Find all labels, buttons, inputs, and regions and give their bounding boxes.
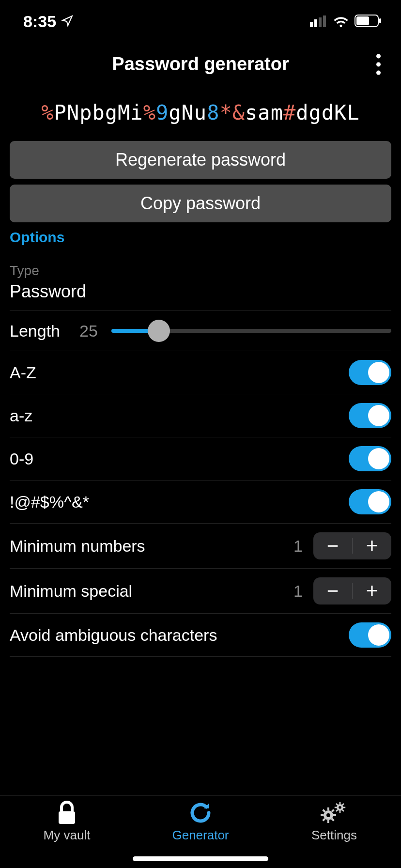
wifi-icon [333, 12, 349, 31]
min-numbers-decrement[interactable]: − [313, 532, 352, 559]
svg-rect-1 [314, 19, 317, 27]
tab-my-vault[interactable]: My vault [0, 801, 134, 868]
more-menu-button[interactable] [371, 49, 386, 79]
length-label: Length [10, 322, 60, 341]
type-label: Type [10, 263, 391, 279]
lowercase-label: a-z [10, 406, 32, 425]
min-numbers-increment[interactable]: + [353, 532, 391, 559]
min-special-increment[interactable]: + [353, 577, 391, 604]
svg-rect-11 [327, 820, 329, 823]
avoid-ambiguous-row: Avoid ambiguous characters [10, 614, 391, 657]
page-title: Password generator [112, 54, 289, 75]
special-toggle[interactable] [349, 489, 391, 514]
type-value: Password [10, 281, 391, 302]
nav-header: Password generator [0, 43, 401, 86]
avoid-ambiguous-toggle[interactable] [349, 622, 391, 648]
lowercase-row: a-z [10, 394, 391, 437]
svg-rect-3 [323, 16, 326, 27]
location-icon [61, 12, 74, 31]
tab-label: My vault [44, 828, 91, 843]
min-numbers-row: Minimum numbers 1 − + [10, 524, 391, 569]
avoid-ambiguous-label: Avoid ambiguous characters [10, 626, 217, 645]
special-label: !@#$%^&* [10, 493, 89, 512]
uppercase-label: A-Z [10, 363, 36, 382]
home-indicator[interactable] [133, 856, 268, 861]
min-special-stepper: − + [313, 577, 391, 604]
regenerate-button[interactable]: Regenerate password [10, 141, 391, 179]
min-numbers-value: 1 [293, 537, 303, 556]
tab-settings[interactable]: Settings [267, 801, 401, 868]
special-row: !@#$%^&* [10, 480, 391, 524]
lowercase-toggle[interactable] [349, 403, 391, 428]
min-special-row: Minimum special 1 − + [10, 569, 391, 614]
svg-rect-2 [319, 17, 322, 27]
svg-rect-13 [333, 814, 336, 816]
copy-button[interactable]: Copy password [10, 185, 391, 222]
svg-rect-7 [59, 811, 75, 824]
refresh-icon [188, 801, 213, 825]
battery-icon [355, 12, 382, 31]
digits-toggle[interactable] [349, 446, 391, 471]
status-time: 8:35 [23, 12, 56, 31]
cellular-icon [310, 12, 327, 31]
svg-rect-23 [343, 807, 345, 808]
digits-label: 0-9 [10, 450, 33, 468]
svg-point-9 [326, 813, 330, 817]
uppercase-row: A-Z [10, 351, 391, 394]
options-heading: Options [10, 229, 391, 246]
svg-rect-20 [339, 802, 341, 804]
tab-label: Generator [172, 828, 229, 843]
length-slider[interactable] [111, 320, 391, 342]
svg-rect-5 [356, 16, 369, 25]
type-row[interactable]: Type Password [10, 257, 391, 311]
svg-rect-6 [379, 18, 381, 23]
generated-password: %PNpbgMi%9gNu8*&sam#dgdKL [0, 86, 401, 141]
min-special-label: Minimum special [10, 582, 132, 601]
min-numbers-stepper: − + [313, 532, 391, 559]
svg-rect-0 [310, 22, 313, 27]
status-bar: 8:35 [0, 0, 401, 43]
digits-row: 0-9 [10, 437, 391, 480]
min-special-value: 1 [293, 582, 303, 601]
svg-rect-12 [321, 814, 324, 816]
uppercase-toggle[interactable] [349, 360, 391, 385]
gears-icon [321, 801, 348, 825]
length-row: Length 25 [10, 311, 391, 351]
svg-point-19 [339, 806, 341, 809]
min-numbers-label: Minimum numbers [10, 537, 145, 556]
tab-label: Settings [311, 828, 357, 843]
lock-icon [56, 801, 78, 825]
min-special-decrement[interactable]: − [313, 577, 352, 604]
svg-rect-10 [327, 807, 329, 810]
svg-rect-21 [339, 811, 341, 813]
length-value: 25 [79, 322, 98, 341]
svg-rect-22 [335, 807, 337, 808]
